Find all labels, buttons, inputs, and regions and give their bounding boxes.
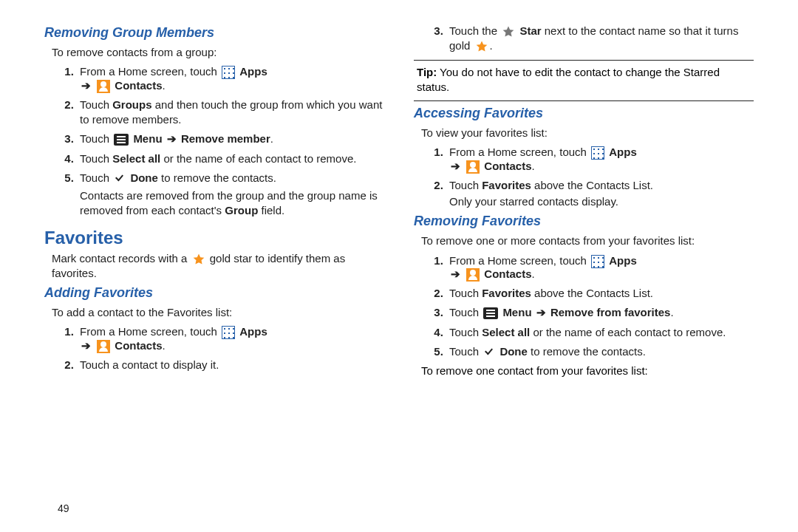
accessing-favorites-steps: From a Home screen, touch Apps ➔ Contact… [433,145,754,209]
removing-group-steps: From a Home screen, touch Apps ➔ Contact… [64,64,384,218]
intro-text: To add a contact to the Favorites list: [52,305,384,320]
arrow-icon: ➔ [451,267,460,280]
step: Touch Favorites above the Contacts List.… [446,178,754,210]
menu-icon [483,307,498,319]
step: Touch a contact to display it. [77,358,384,372]
apps-icon [591,255,604,268]
step: From a Home screen, touch Apps ➔ Contact… [77,324,384,353]
manual-page: Removing Group Members To remove contact… [0,0,798,532]
removing-favorites-steps: From a Home screen, touch Apps ➔ Contact… [433,253,754,360]
step: Touch Menu ➔ Remove member. [77,132,384,146]
apps-icon [591,146,604,160]
removing-single-intro: To remove one contact from your favorite… [421,364,754,378]
divider [414,60,754,61]
adding-favorites-steps: From a Home screen, touch Apps ➔ Contact… [64,324,384,372]
check-icon [114,173,126,185]
contacts-icon [97,80,110,93]
intro-text: To view your favorites list: [421,126,754,140]
favorites-intro: Mark contact records with a gold star to… [52,251,384,282]
step: Touch Favorites above the Contacts List. [446,286,754,301]
step: Touch Groups and then touch the group fr… [77,98,384,128]
intro-text: To remove one or more contacts from your… [421,233,754,248]
apps-icon [222,326,235,339]
adding-favorites-steps-cont: Touch the Star next to the contact name … [433,24,754,54]
arrow-icon: ➔ [451,160,460,172]
heading-adding-favorites: Adding Favorites [44,285,384,301]
contacts-icon [97,340,110,353]
step: Touch Select all or the name of each con… [446,325,754,340]
step: From a Home screen, touch Apps ➔ Contact… [446,145,754,174]
arrow-icon: ➔ [81,79,91,92]
heading-removing-favorites: Removing Favorites [414,214,754,229]
left-column: Removing Group Members To remove contact… [44,22,384,517]
step: Touch Done to remove the contacts. [446,344,754,359]
apps-icon [222,66,235,79]
arrow-icon: ➔ [536,306,546,318]
heading-accessing-favorites: Accessing Favorites [414,106,754,121]
star-icon-gold [192,253,205,266]
tip-block: Tip: You do not have to edit the contact… [417,65,754,95]
contacts-icon [466,268,480,282]
heading-favorites: Favorites [44,228,384,248]
star-icon-grey [502,25,515,38]
contacts-icon [466,160,480,174]
step: Touch Done to remove the contacts. Conta… [77,171,384,219]
divider [414,100,754,101]
step: From a Home screen, touch Apps ➔ Contact… [77,64,384,93]
star-icon-gold [475,40,488,53]
intro-text: To remove contacts from a group: [52,45,384,60]
step: From a Home screen, touch Apps ➔ Contact… [446,253,754,282]
check-icon [483,347,495,358]
arrow-icon: ➔ [81,339,91,352]
menu-icon [114,134,129,146]
page-number: 49 [58,502,69,514]
arrow-icon: ➔ [167,132,177,145]
step: Touch Select all or the name of each con… [77,151,384,166]
heading-removing-group-members: Removing Group Members [44,25,384,41]
step: Touch Menu ➔ Remove from favorites. [446,305,754,320]
step: Touch the Star next to the contact name … [446,24,754,54]
right-column: Touch the Star next to the contact name … [414,22,754,517]
